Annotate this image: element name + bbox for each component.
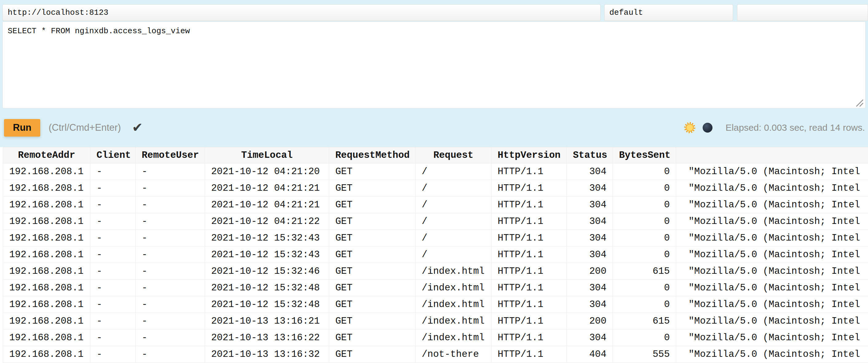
cell: - bbox=[90, 330, 135, 346]
results-area: RemoteAddrClientRemoteUserTimeLocalReque… bbox=[0, 147, 868, 363]
results-table: RemoteAddrClientRemoteUserTimeLocalReque… bbox=[3, 147, 868, 363]
cell: 2021-10-13 13:16:21 bbox=[205, 313, 329, 330]
cell: "Mozilla/5.0 (Macintosh; Intel bbox=[676, 346, 868, 363]
cell: "Mozilla/5.0 (Macintosh; Intel bbox=[676, 280, 868, 296]
cell: 192.168.208.1 bbox=[3, 197, 90, 213]
cell: 192.168.208.1 bbox=[3, 246, 90, 263]
cell: GET bbox=[329, 330, 415, 346]
cell: 192.168.208.1 bbox=[3, 296, 90, 313]
cell: GET bbox=[329, 163, 415, 180]
cell: / bbox=[415, 246, 492, 263]
cell: 192.168.208.1 bbox=[3, 280, 90, 296]
cell: 200 bbox=[567, 263, 613, 280]
cell: 304 bbox=[567, 246, 613, 263]
cell: - bbox=[135, 346, 205, 363]
cell: / bbox=[415, 163, 492, 180]
cell: - bbox=[135, 280, 205, 296]
cell: GET bbox=[329, 230, 415, 246]
cell: - bbox=[135, 330, 205, 346]
cell: 615 bbox=[613, 263, 676, 280]
cell: 0 bbox=[613, 163, 676, 180]
results-tbody: 192.168.208.1--2021-10-12 04:21:20GET/HT… bbox=[3, 163, 868, 363]
cell: - bbox=[135, 246, 205, 263]
cell: HTTP/1.1 bbox=[492, 346, 567, 363]
query-editor-wrap: SELECT * FROM nginxdb.access_logs_view bbox=[2, 22, 866, 108]
cell: HTTP/1.1 bbox=[492, 246, 567, 263]
cell: GET bbox=[329, 246, 415, 263]
shortcut-hint: (Ctrl/Cmd+Enter) bbox=[49, 122, 121, 133]
cell: - bbox=[135, 213, 205, 230]
success-check-icon: ✔ bbox=[132, 121, 143, 134]
cell: "Mozilla/5.0 (Macintosh; Intel bbox=[676, 213, 868, 230]
cell: GET bbox=[329, 280, 415, 296]
table-row: 192.168.208.1--2021-10-12 15:32:46GET/in… bbox=[3, 263, 868, 280]
cell: HTTP/1.1 bbox=[492, 296, 567, 313]
cell: - bbox=[90, 213, 135, 230]
cell: GET bbox=[329, 296, 415, 313]
password-input[interactable] bbox=[737, 4, 868, 21]
cell: 192.168.208.1 bbox=[3, 180, 90, 197]
toolbar: Run (Ctrl/Cmd+Enter) ✔ Elapsed: 0.003 se… bbox=[0, 108, 868, 147]
table-row: 192.168.208.1--2021-10-12 04:21:22GET/HT… bbox=[3, 213, 868, 230]
user-input[interactable] bbox=[604, 4, 733, 21]
connection-bar bbox=[0, 0, 868, 21]
column-header: RemoteAddr bbox=[3, 147, 90, 163]
url-input[interactable] bbox=[2, 4, 600, 21]
table-row: 192.168.208.1--2021-10-12 15:32:43GET/HT… bbox=[3, 230, 868, 246]
cell: 2021-10-12 15:32:43 bbox=[205, 230, 329, 246]
cell: 2021-10-12 04:21:20 bbox=[205, 163, 329, 180]
cell: 2021-10-13 13:16:32 bbox=[205, 346, 329, 363]
cell: "Mozilla/5.0 (Macintosh; Intel bbox=[676, 330, 868, 346]
cell: 555 bbox=[613, 346, 676, 363]
column-header: Client bbox=[90, 147, 135, 163]
sun-icon[interactable] bbox=[684, 122, 695, 133]
cell: "Mozilla/5.0 (Macintosh; Intel bbox=[676, 230, 868, 246]
cell: HTTP/1.1 bbox=[492, 313, 567, 330]
cell: 2021-10-12 15:32:46 bbox=[205, 263, 329, 280]
cell: 2021-10-12 04:21:22 bbox=[205, 213, 329, 230]
table-row: 192.168.208.1--2021-10-13 13:16:22GET/in… bbox=[3, 330, 868, 346]
cell: 200 bbox=[567, 313, 613, 330]
cell: 304 bbox=[567, 330, 613, 346]
cell: "Mozilla/5.0 (Macintosh; Intel bbox=[676, 296, 868, 313]
cell: /index.html bbox=[415, 313, 492, 330]
cell: - bbox=[90, 346, 135, 363]
cell: 404 bbox=[567, 346, 613, 363]
cell: /index.html bbox=[415, 296, 492, 313]
cell: - bbox=[135, 263, 205, 280]
cell: 2021-10-12 04:21:21 bbox=[205, 197, 329, 213]
cell: / bbox=[415, 197, 492, 213]
resize-grip-icon[interactable] bbox=[856, 99, 864, 107]
cell: / bbox=[415, 180, 492, 197]
cell: 2021-10-12 04:21:21 bbox=[205, 180, 329, 197]
column-header: TimeLocal bbox=[205, 147, 329, 163]
column-header: BytesSent bbox=[613, 147, 676, 163]
cell: 0 bbox=[613, 330, 676, 346]
cell: GET bbox=[329, 313, 415, 330]
cell: / bbox=[415, 230, 492, 246]
cell: HTTP/1.1 bbox=[492, 263, 567, 280]
cell: - bbox=[90, 263, 135, 280]
cell: 0 bbox=[613, 296, 676, 313]
cell: HTTP/1.1 bbox=[492, 180, 567, 197]
cell: HTTP/1.1 bbox=[492, 230, 567, 246]
table-row: 192.168.208.1--2021-10-12 15:32:48GET/in… bbox=[3, 280, 868, 296]
cell: HTTP/1.1 bbox=[492, 197, 567, 213]
cell: 304 bbox=[567, 180, 613, 197]
table-row: 192.168.208.1--2021-10-12 04:21:20GET/HT… bbox=[3, 163, 868, 180]
cell: /index.html bbox=[415, 330, 492, 346]
cell: GET bbox=[329, 346, 415, 363]
cell: "Mozilla/5.0 (Macintosh; Intel bbox=[676, 180, 868, 197]
cell: 192.168.208.1 bbox=[3, 330, 90, 346]
moon-icon[interactable] bbox=[703, 123, 712, 133]
cell: 304 bbox=[567, 230, 613, 246]
cell: - bbox=[135, 163, 205, 180]
cell: - bbox=[135, 197, 205, 213]
cell: - bbox=[90, 230, 135, 246]
run-button[interactable]: Run bbox=[4, 119, 40, 137]
cell: 2021-10-12 15:32:43 bbox=[205, 246, 329, 263]
cell: 192.168.208.1 bbox=[3, 230, 90, 246]
cell: GET bbox=[329, 180, 415, 197]
cell: 304 bbox=[567, 296, 613, 313]
query-editor[interactable]: SELECT * FROM nginxdb.access_logs_view bbox=[2, 22, 866, 108]
